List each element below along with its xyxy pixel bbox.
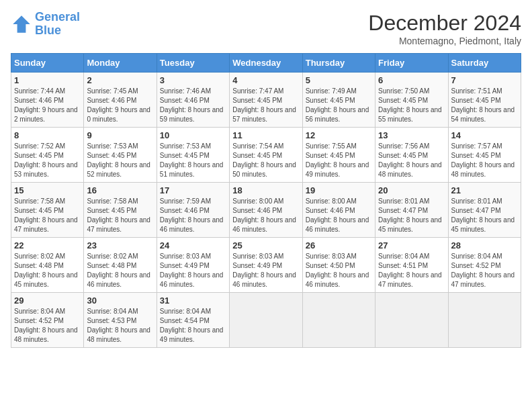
day-number: 6 — [378, 75, 445, 85]
day-cell: 8Sunrise: 7:52 AMSunset: 4:45 PMDaylight… — [11, 128, 84, 183]
location-subtitle: Montemagno, Piedmont, Italy — [368, 36, 521, 46]
col-header-thursday: Thursday — [302, 54, 375, 73]
day-number: 31 — [160, 295, 226, 306]
day-info: Sunrise: 8:01 AMSunset: 4:47 PMDaylight:… — [378, 197, 445, 234]
day-number: 11 — [232, 130, 299, 140]
day-number: 19 — [306, 185, 372, 195]
month-title: December 2024 — [368, 11, 521, 36]
day-number: 27 — [378, 240, 445, 250]
day-info: Sunrise: 7:54 AMSunset: 4:45 PMDaylight:… — [232, 142, 299, 179]
day-info: Sunrise: 8:04 AMSunset: 4:54 PMDaylight:… — [160, 307, 226, 345]
day-cell: 13Sunrise: 7:56 AMSunset: 4:45 PMDayligh… — [375, 128, 448, 183]
day-info: Sunrise: 7:56 AMSunset: 4:45 PMDaylight:… — [378, 142, 445, 179]
day-number: 20 — [378, 185, 445, 195]
day-number: 8 — [14, 130, 81, 140]
day-cell: 7Sunrise: 7:51 AMSunset: 4:45 PMDaylight… — [448, 73, 521, 128]
day-number: 16 — [87, 185, 153, 195]
col-header-wednesday: Wednesday — [230, 54, 302, 73]
header: General Blue December 2024 Montemagno, P… — [11, 11, 521, 46]
day-cell: 2Sunrise: 7:45 AMSunset: 4:46 PMDaylight… — [84, 73, 157, 128]
day-number: 22 — [14, 240, 81, 250]
logo: General Blue — [11, 11, 80, 38]
week-row-2: 8Sunrise: 7:52 AMSunset: 4:45 PMDaylight… — [11, 128, 521, 183]
day-cell: 30Sunrise: 8:04 AMSunset: 4:53 PMDayligh… — [84, 293, 157, 348]
day-number: 24 — [160, 240, 226, 250]
day-cell: 3Sunrise: 7:46 AMSunset: 4:46 PMDaylight… — [157, 73, 229, 128]
day-cell: 15Sunrise: 7:58 AMSunset: 4:45 PMDayligh… — [11, 183, 84, 238]
day-info: Sunrise: 8:03 AMSunset: 4:50 PMDaylight:… — [306, 252, 372, 289]
day-info: Sunrise: 7:53 AMSunset: 4:45 PMDaylight:… — [87, 142, 153, 179]
day-cell: 20Sunrise: 8:01 AMSunset: 4:47 PMDayligh… — [375, 183, 448, 238]
day-info: Sunrise: 7:44 AMSunset: 4:46 PMDaylight:… — [14, 87, 81, 124]
day-info: Sunrise: 8:04 AMSunset: 4:52 PMDaylight:… — [14, 307, 81, 345]
day-cell — [302, 293, 375, 348]
day-info: Sunrise: 7:52 AMSunset: 4:45 PMDaylight:… — [14, 142, 81, 179]
day-info: Sunrise: 8:04 AMSunset: 4:53 PMDaylight:… — [87, 307, 153, 345]
day-info: Sunrise: 8:02 AMSunset: 4:48 PMDaylight:… — [14, 252, 81, 289]
day-cell: 12Sunrise: 7:55 AMSunset: 4:45 PMDayligh… — [302, 128, 375, 183]
day-number: 10 — [160, 130, 226, 140]
day-cell: 22Sunrise: 8:02 AMSunset: 4:48 PMDayligh… — [11, 238, 84, 293]
day-info: Sunrise: 8:02 AMSunset: 4:48 PMDaylight:… — [87, 252, 153, 289]
day-cell: 24Sunrise: 8:03 AMSunset: 4:49 PMDayligh… — [157, 238, 229, 293]
day-info: Sunrise: 7:55 AMSunset: 4:45 PMDaylight:… — [306, 142, 372, 179]
day-cell — [448, 293, 521, 348]
day-number: 15 — [14, 185, 81, 195]
day-info: Sunrise: 7:46 AMSunset: 4:46 PMDaylight:… — [160, 87, 226, 124]
logo-icon — [11, 13, 32, 35]
day-info: Sunrise: 7:50 AMSunset: 4:45 PMDaylight:… — [378, 87, 445, 124]
title-area: December 2024 Montemagno, Piedmont, Ital… — [368, 11, 521, 46]
day-number: 17 — [160, 185, 226, 195]
week-row-3: 15Sunrise: 7:58 AMSunset: 4:45 PMDayligh… — [11, 183, 521, 238]
day-cell: 17Sunrise: 7:59 AMSunset: 4:46 PMDayligh… — [157, 183, 229, 238]
day-number: 30 — [87, 295, 153, 306]
day-cell: 19Sunrise: 8:00 AMSunset: 4:46 PMDayligh… — [302, 183, 375, 238]
day-info: Sunrise: 7:47 AMSunset: 4:45 PMDaylight:… — [232, 87, 299, 124]
day-number: 4 — [232, 75, 299, 85]
day-cell: 31Sunrise: 8:04 AMSunset: 4:54 PMDayligh… — [157, 293, 229, 348]
col-header-monday: Monday — [84, 54, 157, 73]
col-header-saturday: Saturday — [448, 54, 521, 73]
day-cell: 14Sunrise: 7:57 AMSunset: 4:45 PMDayligh… — [448, 128, 521, 183]
day-cell: 29Sunrise: 8:04 AMSunset: 4:52 PMDayligh… — [11, 293, 84, 348]
week-row-4: 22Sunrise: 8:02 AMSunset: 4:48 PMDayligh… — [11, 238, 521, 293]
calendar-header-row: SundayMondayTuesdayWednesdayThursdayFrid… — [11, 54, 521, 73]
day-info: Sunrise: 7:57 AMSunset: 4:45 PMDaylight:… — [451, 142, 518, 179]
col-header-tuesday: Tuesday — [157, 54, 229, 73]
day-number: 28 — [451, 240, 518, 250]
day-number: 12 — [306, 130, 372, 140]
day-number: 18 — [232, 185, 299, 195]
day-number: 7 — [451, 75, 518, 85]
day-info: Sunrise: 8:04 AMSunset: 4:52 PMDaylight:… — [451, 252, 518, 289]
day-cell: 27Sunrise: 8:04 AMSunset: 4:51 PMDayligh… — [375, 238, 448, 293]
day-number: 29 — [14, 295, 81, 306]
day-number: 3 — [160, 75, 226, 85]
day-info: Sunrise: 8:03 AMSunset: 4:49 PMDaylight:… — [160, 252, 226, 289]
day-number: 21 — [451, 185, 518, 195]
day-number: 25 — [232, 240, 299, 250]
day-number: 9 — [87, 130, 153, 140]
day-cell: 25Sunrise: 8:03 AMSunset: 4:49 PMDayligh… — [230, 238, 302, 293]
logo-text: General Blue — [35, 11, 80, 38]
day-info: Sunrise: 7:59 AMSunset: 4:46 PMDaylight:… — [160, 197, 226, 234]
day-cell: 21Sunrise: 8:01 AMSunset: 4:47 PMDayligh… — [448, 183, 521, 238]
day-number: 5 — [306, 75, 372, 85]
calendar-table: SundayMondayTuesdayWednesdayThursdayFrid… — [11, 53, 521, 348]
day-cell: 26Sunrise: 8:03 AMSunset: 4:50 PMDayligh… — [302, 238, 375, 293]
day-cell: 16Sunrise: 7:58 AMSunset: 4:45 PMDayligh… — [84, 183, 157, 238]
day-number: 1 — [14, 75, 81, 85]
day-cell: 23Sunrise: 8:02 AMSunset: 4:48 PMDayligh… — [84, 238, 157, 293]
day-info: Sunrise: 8:03 AMSunset: 4:49 PMDaylight:… — [232, 252, 299, 289]
day-cell: 18Sunrise: 8:00 AMSunset: 4:46 PMDayligh… — [230, 183, 302, 238]
calendar-body: 1Sunrise: 7:44 AMSunset: 4:46 PMDaylight… — [11, 73, 521, 348]
day-cell: 4Sunrise: 7:47 AMSunset: 4:45 PMDaylight… — [230, 73, 302, 128]
day-info: Sunrise: 8:00 AMSunset: 4:46 PMDaylight:… — [232, 197, 299, 234]
day-number: 26 — [306, 240, 372, 250]
day-number: 2 — [87, 75, 153, 85]
day-cell: 6Sunrise: 7:50 AMSunset: 4:45 PMDaylight… — [375, 73, 448, 128]
day-info: Sunrise: 7:49 AMSunset: 4:45 PMDaylight:… — [306, 87, 372, 124]
day-info: Sunrise: 7:45 AMSunset: 4:46 PMDaylight:… — [87, 87, 153, 124]
day-info: Sunrise: 7:53 AMSunset: 4:45 PMDaylight:… — [160, 142, 226, 179]
day-cell: 10Sunrise: 7:53 AMSunset: 4:45 PMDayligh… — [157, 128, 229, 183]
day-info: Sunrise: 8:01 AMSunset: 4:47 PMDaylight:… — [451, 197, 518, 234]
